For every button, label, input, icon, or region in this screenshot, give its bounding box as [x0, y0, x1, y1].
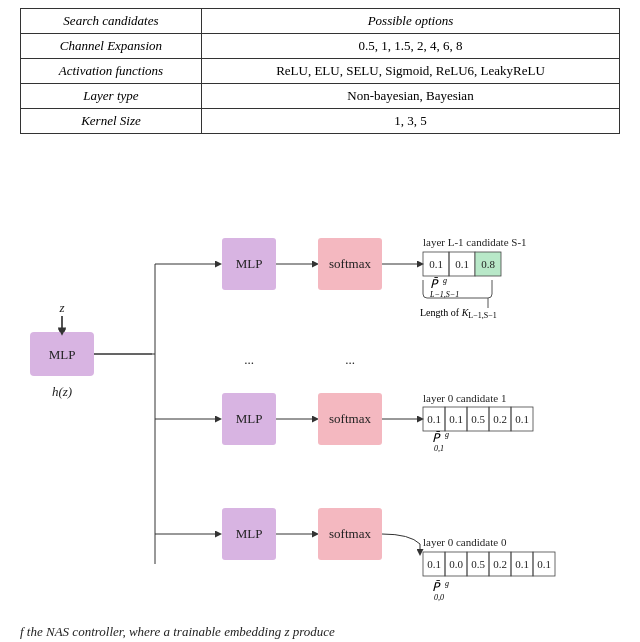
mid-prob-val-4: 0.1 [515, 413, 529, 425]
dots-right: ... [345, 352, 355, 367]
mid-prob-superscript: g [445, 430, 449, 439]
top-layer-label: layer L-1 candidate S-1 [423, 236, 527, 248]
candidates-table: Search candidates Possible options Chann… [20, 8, 620, 134]
table-row: Activation functions ReLU, ELU, SELU, Si… [21, 59, 620, 84]
bot-prob-subscript: 0,0 [434, 593, 444, 602]
diagram-container: z MLP h(z) MLP softmax [0, 144, 640, 642]
table-row: Channel Expansion 0.5, 1, 1.5, 2, 4, 6, … [21, 34, 620, 59]
candidate-label: Layer type [21, 84, 202, 109]
top-prob-val-1: 0.1 [455, 258, 469, 270]
mid-layer-label: layer 0 candidate 1 [423, 392, 506, 404]
col-header-candidates: Search candidates [21, 9, 202, 34]
main-mlp-label: MLP [49, 347, 76, 362]
mid-prob-label: P̄ [432, 431, 441, 445]
table-row: Kernel Size 1, 3, 5 [21, 109, 620, 134]
bot-mlp-label: MLP [236, 526, 263, 541]
footer-text-content: f the NAS controller, where a trainable … [20, 624, 335, 639]
mid-prob-val-2: 0.5 [471, 413, 485, 425]
bot-prob-val-0: 0.1 [427, 558, 441, 570]
top-mlp-label: MLP [236, 256, 263, 271]
bot-softmax-prob-arrow [382, 534, 420, 552]
bot-prob-val-5: 0.1 [537, 558, 551, 570]
bot-prob-val-4: 0.1 [515, 558, 529, 570]
mid-prob-val-1: 0.1 [449, 413, 463, 425]
bot-softmax-label: softmax [329, 526, 371, 541]
top-prob-val-2: 0.8 [481, 258, 495, 270]
top-prob-val-0: 0.1 [429, 258, 443, 270]
mid-softmax-label: softmax [329, 411, 371, 426]
bot-layer-label: layer 0 candidate 0 [423, 536, 507, 548]
z-label: z [58, 300, 64, 315]
dots-left: ... [244, 352, 254, 367]
col-header-options: Possible options [201, 9, 619, 34]
top-prob-superscript: g [443, 276, 447, 285]
top-softmax-label: softmax [329, 256, 371, 271]
bot-prob-label: P̄ [432, 580, 441, 594]
hz-label: h(z) [52, 384, 72, 399]
candidate-label: Channel Expansion [21, 34, 202, 59]
bot-prob-superscript: g [445, 579, 449, 588]
options-value: ReLU, ELU, SELU, Sigmoid, ReLU6, LeakyRe… [201, 59, 619, 84]
bot-prob-val-1: 0.0 [449, 558, 463, 570]
options-value: 1, 3, 5 [201, 109, 619, 134]
mid-mlp-label: MLP [236, 411, 263, 426]
footer-text: f the NAS controller, where a trainable … [0, 622, 640, 642]
table-row: Layer type Non-bayesian, Bayesian [21, 84, 620, 109]
length-label-top: Length of KL−1,S−1 [420, 307, 497, 320]
mid-prob-val-3: 0.2 [493, 413, 507, 425]
options-value: 0.5, 1, 1.5, 2, 4, 6, 8 [201, 34, 619, 59]
bot-prob-val-2: 0.5 [471, 558, 485, 570]
options-value: Non-bayesian, Bayesian [201, 84, 619, 109]
table-container: Search candidates Possible options Chann… [0, 0, 640, 134]
candidate-label: Kernel Size [21, 109, 202, 134]
diagram-svg: z MLP h(z) MLP softmax [0, 144, 640, 642]
mid-prob-val-0: 0.1 [427, 413, 441, 425]
mid-prob-subscript: 0,1 [434, 444, 444, 453]
top-prob-label: P̄ [430, 277, 439, 291]
bot-prob-val-3: 0.2 [493, 558, 507, 570]
candidate-label: Activation functions [21, 59, 202, 84]
